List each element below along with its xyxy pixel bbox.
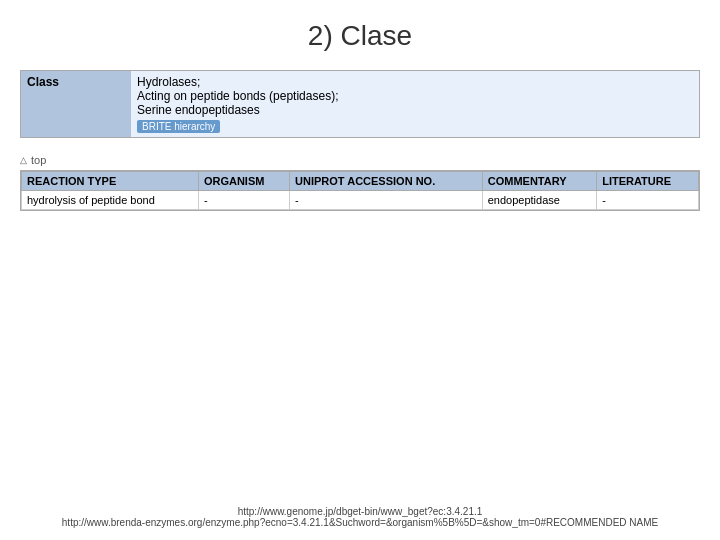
- col-commentary: COMMENTARY: [482, 172, 596, 191]
- cell-uniprot: -: [290, 191, 483, 210]
- top-link[interactable]: △ top: [20, 154, 700, 166]
- col-reaction-type: REACTION TYPE: [22, 172, 199, 191]
- class-label: Class: [21, 71, 131, 137]
- col-literature: LITERATURE: [597, 172, 699, 191]
- class-line-2: Acting on peptide bonds (peptidases);: [137, 89, 338, 103]
- footer: http://www.genome.jp/dbget-bin/www_bget?…: [0, 506, 720, 528]
- footer-line-2: http://www.brenda-enzymes.org/enzyme.php…: [0, 517, 720, 528]
- cell-reaction-type: hydrolysis of peptide bond: [22, 191, 199, 210]
- triangle-icon: △: [20, 155, 27, 165]
- cell-literature: -: [597, 191, 699, 210]
- class-section: Class Hydrolases; Acting on peptide bond…: [20, 70, 700, 138]
- reaction-table: REACTION TYPE ORGANISM UNIPROT ACCESSION…: [21, 171, 699, 210]
- page-container: 2) Clase Class Hydrolases; Acting on pep…: [0, 0, 720, 540]
- footer-line-1: http://www.genome.jp/dbget-bin/www_bget?…: [0, 506, 720, 517]
- col-organism: ORGANISM: [198, 172, 289, 191]
- cell-commentary: endopeptidase: [482, 191, 596, 210]
- class-table: Class Hydrolases; Acting on peptide bond…: [21, 71, 699, 137]
- reaction-section: REACTION TYPE ORGANISM UNIPROT ACCESSION…: [20, 170, 700, 211]
- table-row: hydrolysis of peptide bond - - endopepti…: [22, 191, 699, 210]
- top-link-label: top: [31, 154, 46, 166]
- col-uniprot: UNIPROT ACCESSION NO.: [290, 172, 483, 191]
- class-line-3: Serine endopeptidases: [137, 103, 260, 117]
- class-value: Hydrolases; Acting on peptide bonds (pep…: [131, 71, 699, 137]
- cell-organism: -: [198, 191, 289, 210]
- class-line-1: Hydrolases;: [137, 75, 200, 89]
- brite-button[interactable]: BRITE hierarchy: [137, 120, 220, 133]
- page-title: 2) Clase: [20, 20, 700, 52]
